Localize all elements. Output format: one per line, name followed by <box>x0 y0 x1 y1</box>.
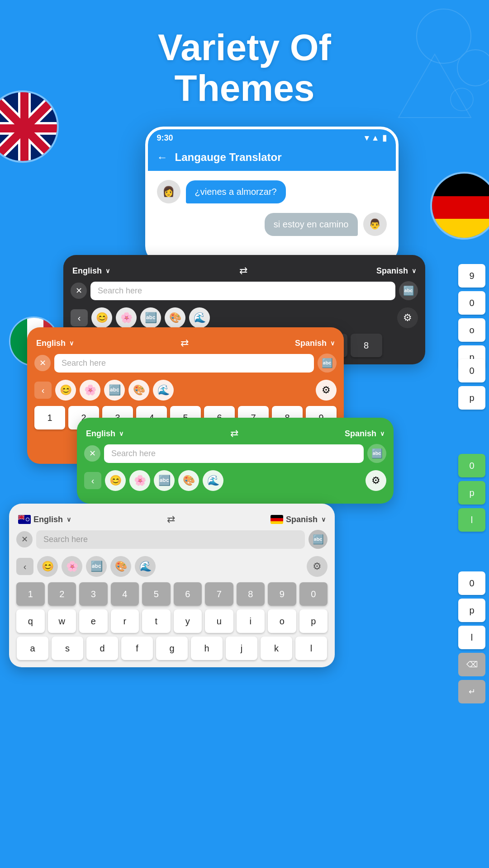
key-k-white[interactable]: k <box>261 637 292 660</box>
number-row-white: 1 2 3 4 5 6 7 8 9 0 <box>16 582 328 606</box>
key-7-white[interactable]: 7 <box>205 582 233 606</box>
key-h-white[interactable]: h <box>191 637 223 660</box>
back-toolbar-orange[interactable]: ‹ <box>34 382 52 399</box>
key-p-orange-right[interactable]: p <box>458 386 485 410</box>
sticker-btn-orange[interactable]: 🌊 <box>153 380 174 401</box>
lang-from-dark[interactable]: English ∨ <box>72 266 110 276</box>
key-8-dark[interactable]: 8 <box>351 334 382 357</box>
lang-to-white[interactable]: Spanish ∨ <box>271 515 326 524</box>
lang-to-green[interactable]: Spanish ∨ <box>345 429 385 439</box>
key-l-white[interactable]: l <box>295 637 327 660</box>
sticker-btn-dark[interactable]: 🌊 <box>189 307 210 328</box>
settings-btn-dark[interactable]: ⚙ <box>397 307 418 328</box>
key-t-white[interactable]: t <box>142 609 171 633</box>
key-2-white[interactable]: 2 <box>48 582 76 606</box>
key-0-green-right[interactable]: 0 <box>458 454 485 477</box>
key-f-white[interactable]: f <box>121 637 153 660</box>
close-btn-dark[interactable]: ✕ <box>71 283 87 299</box>
back-icon[interactable]: ← <box>157 151 168 164</box>
key-0-white[interactable]: 0 <box>299 582 328 606</box>
key-o-right[interactable]: o <box>458 318 485 342</box>
lang-from-green[interactable]: English ∨ <box>86 429 123 439</box>
voice-btn-orange[interactable]: 🌸 <box>80 380 100 401</box>
key-3-white[interactable]: 3 <box>79 582 108 606</box>
key-0-orange-right[interactable]: 0 <box>458 359 485 382</box>
key-p-white[interactable]: p <box>299 609 328 633</box>
search-input-green[interactable]: Search here <box>104 444 364 463</box>
voice-btn-dark[interactable]: 🌸 <box>116 307 137 328</box>
key-9-right[interactable]: 9 <box>458 264 485 288</box>
key-6-white[interactable]: 6 <box>174 582 202 606</box>
search-input-orange[interactable]: Search here <box>54 354 314 373</box>
close-btn-green[interactable]: ✕ <box>84 445 100 462</box>
swap-icon-green[interactable]: ⇄ <box>230 428 238 439</box>
key-d-white[interactable]: d <box>86 637 118 660</box>
key-l-white-right[interactable]: l <box>458 626 485 649</box>
translate-btn-green[interactable]: 🔤 <box>367 444 386 463</box>
key-w-white[interactable]: w <box>48 609 76 633</box>
palette-btn-white[interactable]: 🎨 <box>110 556 131 577</box>
emoji-btn-dark[interactable]: 😊 <box>91 307 112 328</box>
translate-btn-dark[interactable]: 🔤 <box>399 281 418 300</box>
palette-btn-dark[interactable]: 🎨 <box>165 307 185 328</box>
swap-icon-dark[interactable]: ⇄ <box>239 265 247 277</box>
search-row-dark: ✕ Search here 🔤 <box>71 281 418 300</box>
key-j-white[interactable]: j <box>226 637 257 660</box>
lang-to-dark[interactable]: Spanish ∨ <box>376 266 416 276</box>
lang-to-orange[interactable]: Spanish ∨ <box>295 339 335 348</box>
key-1-orange[interactable]: 1 <box>34 406 65 429</box>
key-4-white[interactable]: 4 <box>111 582 139 606</box>
key-9-white[interactable]: 9 <box>268 582 296 606</box>
voice-btn-white[interactable]: 🌸 <box>62 556 82 577</box>
backspace-white-right[interactable]: ⌫ <box>458 653 485 676</box>
key-e-white[interactable]: e <box>79 609 108 633</box>
translate-btn-orange[interactable]: 🔤 <box>318 354 337 373</box>
enter-white-right[interactable]: ↵ <box>458 680 485 703</box>
swap-icon-white[interactable]: ⇄ <box>167 514 175 525</box>
close-btn-orange[interactable]: ✕ <box>34 355 51 371</box>
translate-toolbar-orange[interactable]: 🔤 <box>104 380 125 401</box>
close-btn-white[interactable]: ✕ <box>16 531 33 547</box>
key-p-green-right[interactable]: p <box>458 481 485 505</box>
translate-toolbar-green[interactable]: 🔤 <box>154 470 175 491</box>
sticker-btn-white[interactable]: 🌊 <box>135 556 156 577</box>
right-keys-white: 0 p l ⌫ ↵ <box>458 571 489 703</box>
key-u-white[interactable]: u <box>205 609 233 633</box>
back-toolbar-green[interactable]: ‹ <box>84 472 101 489</box>
lang-from-white[interactable]: English ∨ <box>18 515 71 524</box>
back-toolbar-dark[interactable]: ‹ <box>71 309 88 326</box>
key-1-white[interactable]: 1 <box>16 582 45 606</box>
key-0-right[interactable]: 0 <box>458 291 485 315</box>
palette-btn-green[interactable]: 🎨 <box>178 470 199 491</box>
key-a-white[interactable]: a <box>17 637 48 660</box>
translate-toolbar-dark[interactable]: 🔤 <box>140 307 161 328</box>
settings-btn-orange[interactable]: ⚙ <box>316 380 337 401</box>
key-i-white[interactable]: i <box>237 609 265 633</box>
back-toolbar-white[interactable]: ‹ <box>16 558 33 575</box>
palette-btn-orange[interactable]: 🎨 <box>128 380 149 401</box>
key-q-white[interactable]: q <box>16 609 45 633</box>
translate-toolbar-white[interactable]: 🔤 <box>86 556 107 577</box>
sticker-btn-green[interactable]: 🌊 <box>203 470 223 491</box>
key-o-white[interactable]: o <box>268 609 296 633</box>
lang-from-orange[interactable]: English ∨ <box>36 339 74 348</box>
key-y-white[interactable]: y <box>174 609 202 633</box>
key-s-white[interactable]: s <box>52 637 83 660</box>
swap-icon-orange[interactable]: ⇄ <box>180 337 189 349</box>
settings-btn-white[interactable]: ⚙ <box>307 556 328 577</box>
key-0-white-right[interactable]: 0 <box>458 571 485 595</box>
search-input-white[interactable]: Search here <box>36 530 305 549</box>
key-8-white[interactable]: 8 <box>237 582 265 606</box>
key-r-white[interactable]: r <box>111 609 139 633</box>
emoji-btn-green[interactable]: 😊 <box>105 470 126 491</box>
voice-btn-green[interactable]: 🌸 <box>129 470 150 491</box>
emoji-btn-orange[interactable]: 😊 <box>55 380 76 401</box>
key-g-white[interactable]: g <box>156 637 188 660</box>
key-l-green-right[interactable]: l <box>458 508 485 532</box>
settings-btn-green[interactable]: ⚙ <box>366 470 386 491</box>
search-input-dark[interactable]: Search here <box>90 282 395 300</box>
key-5-white[interactable]: 5 <box>142 582 171 606</box>
key-p-white-right[interactable]: p <box>458 599 485 622</box>
emoji-btn-white[interactable]: 😊 <box>37 556 58 577</box>
translate-btn-white[interactable]: 🔤 <box>309 530 328 549</box>
